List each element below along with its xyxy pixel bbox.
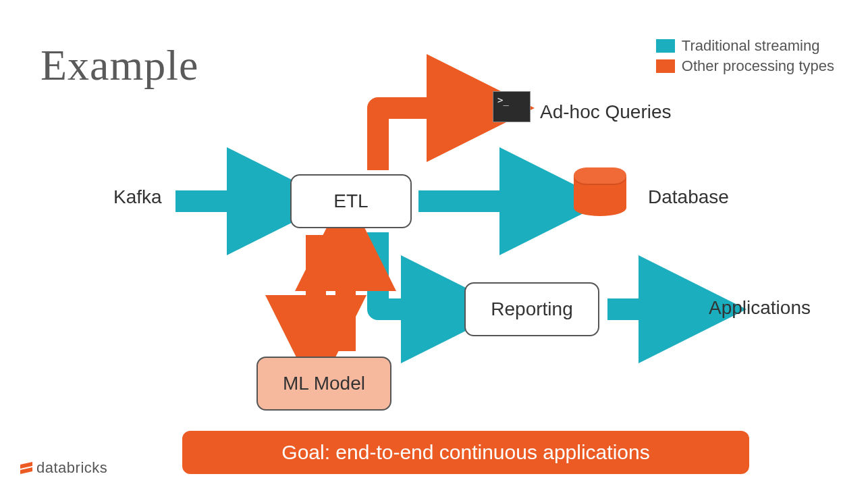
- node-applications: Applications: [709, 297, 811, 319]
- databricks-logo: databricks: [20, 459, 107, 477]
- node-etl: ETL: [290, 174, 412, 228]
- node-database: Database: [648, 186, 729, 208]
- node-reporting: Reporting: [464, 282, 599, 336]
- node-etl-label: ETL: [333, 190, 368, 212]
- databricks-logo-text: databricks: [36, 459, 107, 477]
- arrows-layer: [0, 0, 868, 497]
- diagram-canvas: Kafka ETL Reporting ML Model >_ Ad-hoc Q…: [0, 0, 868, 497]
- node-ml-label: ML Model: [283, 373, 365, 394]
- terminal-icon: >_: [493, 91, 531, 122]
- node-kafka: Kafka: [113, 186, 162, 208]
- databricks-logo-icon: [20, 462, 32, 474]
- node-reporting-label: Reporting: [491, 298, 572, 320]
- database-icon: [574, 169, 626, 216]
- goal-banner: Goal: end-to-end continuous applications: [182, 431, 749, 474]
- arrow-etl-reporting: [378, 232, 455, 309]
- arrow-etl-adhoc: [378, 108, 481, 170]
- node-adhoc-queries: Ad-hoc Queries: [540, 101, 672, 123]
- goal-text: Goal: end-to-end continuous applications: [281, 441, 649, 464]
- node-ml-model: ML Model: [256, 357, 391, 411]
- terminal-prompt: >_: [497, 95, 509, 105]
